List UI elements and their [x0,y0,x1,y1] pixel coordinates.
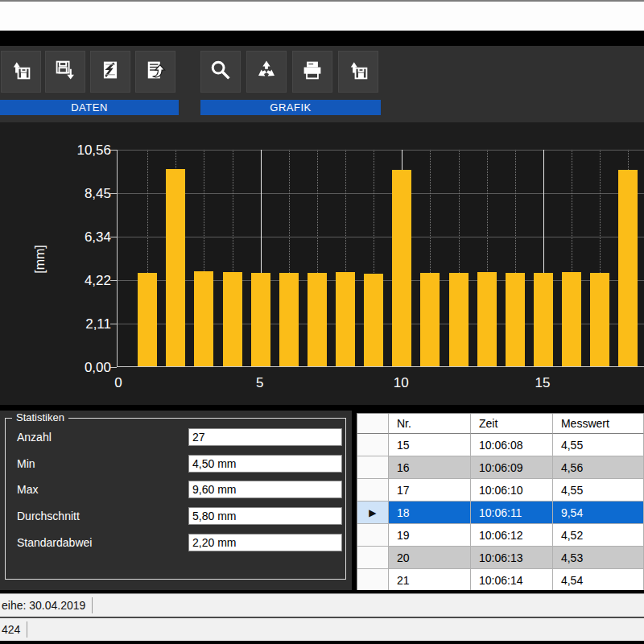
row-header-cell[interactable] [357,479,389,502]
table-corner-cell [357,414,389,434]
chart-panel: [mm] 0,002,114,226,348,4510,56051015 [0,122,644,405]
stat-label-standardabwei: Standardabwei [17,536,92,549]
table-header-row: Nr.ZeitMesswert [357,414,644,434]
x-axis-tick-label: 0 [102,375,134,391]
statistics-groupbox-title: Statistiken [12,411,68,423]
bar [308,273,327,366]
cell-zeit[interactable]: 10:06:12 [471,524,553,547]
floppy-arrow-up-icon [9,58,33,85]
row-header-cell[interactable]: ▶ [357,502,389,524]
cell-nr[interactable]: 17 [389,479,471,502]
y-axis-unit-label: [mm] [33,235,49,283]
cell-nr[interactable]: 19 [389,524,471,547]
stat-label-max: Max [17,483,38,496]
bar [166,169,185,366]
stat-value-durchschnitt[interactable] [188,507,342,525]
zoom-button[interactable] [200,51,241,93]
row-header-cell[interactable] [357,456,389,479]
y-axis-tick-mark [110,193,117,194]
plot-area[interactable] [117,150,644,367]
stat-value-anzahl[interactable] [188,428,342,446]
cell-zeit[interactable]: 10:06:11 [471,502,553,524]
save-data-button[interactable] [45,51,85,93]
report-document-button[interactable] [135,51,175,93]
cell-nr[interactable]: 15 [389,434,471,456]
y-axis-tick-label: 2,11 [58,316,111,332]
cell-zeit[interactable]: 10:06:10 [471,479,553,502]
cell-messwert[interactable]: 4,52 [553,524,644,547]
horizontal-gridline [118,150,644,151]
table-row[interactable]: 1710:06:104,55 [357,479,644,502]
cell-zeit[interactable]: 10:06:09 [471,456,553,479]
table-row[interactable]: 2110:06:144,54 [357,569,644,590]
y-axis-tick-label: 6,34 [58,229,111,246]
cell-nr[interactable]: 18 [389,502,471,524]
y-axis-tick-label: 0,00 [58,360,111,376]
y-axis-tick-mark [110,150,117,151]
row-header-cell[interactable] [357,569,389,590]
y-axis-tick-label: 8,45 [58,186,111,202]
table-row[interactable]: ▶1810:06:119,54 [357,502,644,524]
load-data-button[interactable] [1,51,41,93]
print-button[interactable] [292,51,332,93]
cell-nr[interactable]: 20 [389,547,471,569]
bar [534,273,553,366]
bar [506,273,525,366]
column-header-zeit[interactable]: Zeit [471,414,553,434]
column-header-messwert[interactable]: Messwert [553,414,644,434]
refresh-button[interactable] [246,51,287,93]
bar [251,273,270,366]
export-document-button[interactable] [90,51,130,93]
stat-value-min[interactable] [188,455,342,473]
row-header-cell[interactable] [357,524,389,547]
statistics-panel: Statistiken AnzahlMinMaxDurchschnittStan… [0,411,352,590]
status-separator [92,597,93,613]
cell-zeit[interactable]: 10:06:08 [471,434,553,456]
cell-zeit[interactable]: 10:06:13 [471,547,553,569]
y-axis-tick-mark [110,237,117,237]
cell-messwert[interactable]: 4,54 [553,569,644,590]
table-row[interactable]: 1510:06:084,55 [357,434,644,456]
bar [194,271,213,366]
magnifier-icon [208,58,233,85]
statistics-groupbox: Statistiken AnzahlMinMaxDurchschnittStan… [5,418,346,580]
row-header-cell[interactable] [357,434,389,456]
cell-zeit[interactable]: 10:06:14 [471,569,553,590]
stat-label-durchschnitt: Durchschnitt [17,510,80,522]
cell-messwert[interactable]: 9,54 [553,502,644,524]
y-axis-tick-mark [110,324,117,324]
cell-messwert[interactable]: 4,53 [553,547,644,569]
cell-nr[interactable]: 16 [389,456,471,479]
cell-messwert[interactable]: 4,55 [553,434,644,456]
column-header-nr[interactable]: Nr. [389,414,471,434]
bar [138,273,157,366]
cell-nr[interactable]: 21 [389,569,471,590]
cell-messwert[interactable]: 4,55 [553,479,644,502]
cell-messwert[interactable]: 4,56 [553,456,644,479]
y-axis-tick-mark [110,367,117,368]
bar [477,272,497,366]
stat-value-standardabwei[interactable] [188,534,342,551]
status-bar-top: eihe: 30.04.2019 [0,593,644,617]
stat-value-max[interactable] [188,481,342,498]
status-series-date: eihe: 30.04.2019 [0,599,85,612]
status-bar-bottom: 424 [0,618,644,641]
x-axis-tick-label: 10 [385,375,417,391]
bar [336,272,355,366]
y-axis-tick-mark [110,280,117,281]
document-export-icon [98,58,122,85]
table-row[interactable]: 1910:06:124,52 [357,524,644,547]
bar [223,272,242,366]
y-axis-tick-label: 4,22 [58,273,111,289]
table-row[interactable]: 2010:06:134,53 [357,547,644,569]
bar [420,273,440,366]
toolbar-group-label-grafik: GRAFIK [200,100,381,115]
bar [590,273,609,366]
bar [279,273,299,366]
row-header-cell[interactable] [357,547,389,569]
bar [449,273,469,366]
save-graphic-button[interactable] [338,51,378,93]
table-row[interactable]: 1610:06:094,56 [357,456,644,479]
bar [392,170,411,366]
x-axis-tick-label: 5 [244,375,276,391]
